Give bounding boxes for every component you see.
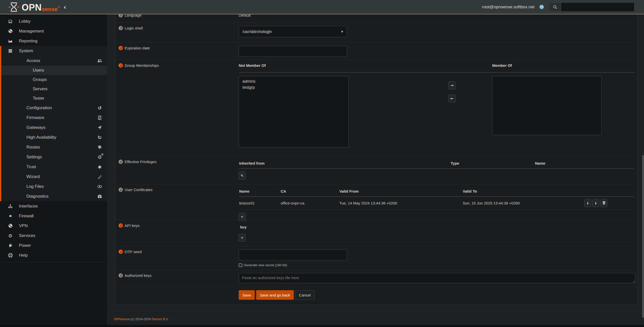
sidebar-item-firewall[interactable]: Firewall [0, 211, 107, 221]
arrow-right-icon: → [450, 83, 454, 88]
group-option[interactable]: admins [239, 78, 348, 84]
location-arrow-icon [96, 125, 103, 130]
cert-name: testusr01 [239, 201, 281, 205]
edit-privileges-button[interactable]: ✎ [239, 172, 245, 180]
cert-valid-to: Sun, 15 Jun 2025 13:44:38 +0200 [463, 201, 584, 205]
opnsense-logo[interactable]: OPNsense® [9, 2, 60, 12]
sidebar-item-label: Reporting [19, 39, 38, 44]
generate-secret-checkbox[interactable] [239, 263, 242, 267]
info-icon[interactable]: i [119, 63, 123, 68]
member-of-header: Member Of [492, 63, 512, 68]
add-to-group-button[interactable]: → [448, 81, 455, 89]
area-chart-icon [7, 39, 14, 43]
add-api-key-button[interactable]: + [239, 234, 245, 242]
sidebar-item-help[interactable]: Help [0, 250, 107, 260]
field-label: User Certificates [125, 188, 153, 192]
column-header: Inherited from [239, 161, 451, 165]
sidebar-item-access[interactable]: Access [1, 56, 107, 66]
deciso-footer-link[interactable]: Deciso B.V. [152, 317, 169, 321]
global-search [549, 3, 634, 12]
sidebar-item-trust[interactable]: Trust ✱ [1, 162, 107, 172]
form-row-effective-privileges: i Effective Privileges Inherited from Ty… [115, 156, 637, 184]
sidebar-item-users[interactable]: Users [1, 66, 107, 75]
form-row-language: i Language Default [115, 14, 637, 23]
sidebar-item-configuration[interactable]: Configuration ↺ [1, 103, 107, 113]
download-key-button[interactable]: ↓ [592, 199, 599, 207]
sidebar-item-servers[interactable]: Servers [1, 84, 107, 94]
sidebar-item-tester[interactable]: Tester [1, 94, 107, 103]
download-certificate-button[interactable]: ↓ [584, 199, 591, 207]
info-icon[interactable]: i [119, 26, 123, 30]
save-button[interactable]: Save [239, 290, 255, 300]
sidebar-item-label: Wizard [26, 174, 40, 179]
sidebar-item-firmware[interactable]: Firmware [1, 113, 107, 123]
info-icon[interactable]: i [119, 46, 123, 50]
sidebar-item-label: Routes [26, 145, 40, 150]
status-indicator-dot [540, 5, 544, 9]
sidebar-item-power[interactable]: Power [0, 241, 107, 250]
sidebar: Lobby Management Reporting [0, 14, 107, 327]
remove-from-group-button[interactable]: ← [448, 95, 455, 102]
sidebar-item-vpn[interactable]: VPN [0, 221, 107, 231]
sidebar-item-reporting[interactable]: Reporting [0, 36, 107, 46]
sidebar-item-label: Access [26, 58, 40, 63]
info-icon[interactable]: i [119, 160, 123, 164]
form-row-login-shell: i Login shell /usr/sbin/nologin ▼ [115, 23, 637, 43]
brand-main: OPN [22, 3, 42, 12]
form-row-api-keys: i API keys key + [115, 220, 637, 246]
opnsense-hourglass-icon [9, 2, 19, 12]
info-icon[interactable]: i [119, 273, 123, 278]
sidebar-item-high-availability[interactable]: High Availability ↻ [1, 132, 107, 142]
sidebar-item-settings[interactable]: Settings ⚙⚙ [1, 152, 107, 162]
field-label: Group Memberships [125, 63, 159, 68]
member-of-listbox[interactable] [492, 76, 602, 135]
info-icon[interactable]: i [119, 188, 123, 192]
info-icon[interactable]: i [119, 14, 123, 17]
info-icon[interactable]: i [119, 250, 123, 254]
search-input[interactable] [561, 3, 634, 11]
sidebar-item-gateways[interactable]: Gateways [1, 123, 107, 132]
sidebar-item-services[interactable]: ⚙ Services [0, 231, 107, 241]
opnsense-footer-link[interactable]: OPNsense [114, 317, 130, 321]
sidebar-item-label: Diagnostics [26, 194, 49, 199]
delete-certificate-button[interactable] [600, 199, 607, 207]
signpost-icon [96, 145, 103, 150]
gear-icon: ⚙ [7, 233, 14, 239]
sidebar-item-lobby[interactable]: Lobby [0, 16, 107, 26]
plus-icon: + [240, 235, 244, 240]
sidebar-item-label: Trust [26, 164, 36, 169]
privileges-table-header: Inherited from Type Name [239, 160, 634, 169]
group-option[interactable]: testgrp [239, 84, 348, 91]
expiration-date-input[interactable] [239, 46, 347, 57]
sidebar-item-interfaces[interactable]: Interfaces [0, 201, 107, 211]
sidebar-collapse-button[interactable]: ‹ [61, 0, 69, 14]
footer-divider [111, 311, 638, 311]
form-row-user-certificates: i User Certificates Name CA Valid From V… [115, 184, 637, 220]
save-and-go-back-button[interactable]: Save and go back [256, 290, 294, 300]
sidebar-item-log-files[interactable]: Log Files [1, 182, 107, 191]
certificate-icon: ✱ [96, 164, 103, 169]
sidebar-item-groups[interactable]: Groups [1, 75, 107, 84]
add-certificate-button[interactable]: + [239, 213, 245, 221]
sidebar-item-label: VPN [19, 223, 28, 228]
cancel-button[interactable]: Cancel [295, 290, 314, 300]
sidebar-item-routes[interactable]: Routes [1, 142, 107, 152]
field-label: Authorized keys [125, 273, 152, 278]
sidebar-item-label: Management [19, 29, 44, 34]
info-icon[interactable]: i [119, 223, 123, 228]
download-icon: ↓ [594, 201, 597, 205]
sidebar-item-label: Services [19, 233, 35, 238]
sidebar-item-system[interactable]: System [1, 46, 107, 56]
authorized-keys-textarea[interactable] [239, 273, 635, 283]
globe-icon [7, 223, 14, 228]
sidebar-item-label: Settings [26, 155, 42, 160]
sidebar-item-wizard[interactable]: Wizard [1, 172, 107, 182]
otp-seed-input[interactable] [239, 250, 347, 260]
magic-wand-icon [96, 174, 103, 179]
vertical-scrollbar-thumb[interactable] [642, 155, 644, 318]
sidebar-item-management[interactable]: Management [0, 26, 107, 36]
server-icon [7, 49, 14, 53]
sidebar-item-diagnostics[interactable]: Diagnostics [1, 191, 107, 201]
not-member-of-listbox[interactable]: admins testgrp [239, 76, 349, 147]
login-shell-select[interactable]: /usr/sbin/nologin ▼ [239, 26, 347, 37]
